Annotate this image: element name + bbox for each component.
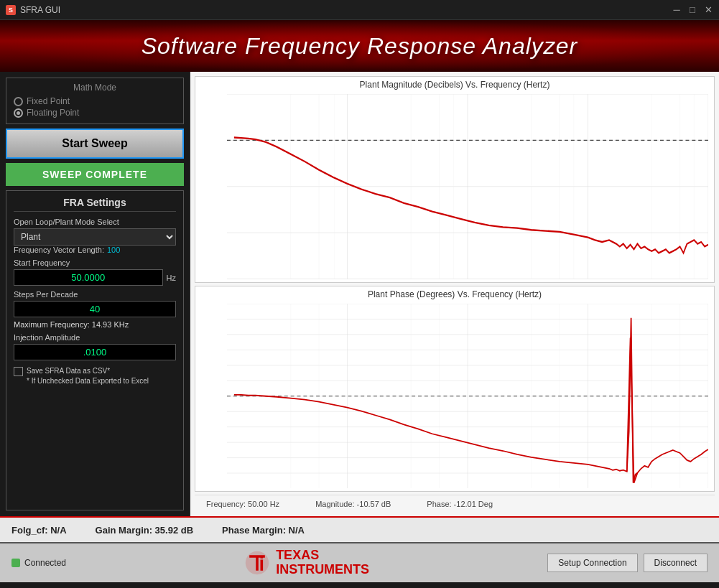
magnitude-chart-inner: 0 -10 -20 -30 -40 100 1,000 10,000 (195, 91, 714, 282)
fixed-point-radio[interactable] (14, 97, 23, 106)
inj-amp-input[interactable] (14, 344, 176, 360)
ti-logo: Texas Instruments (244, 549, 369, 577)
max-freq-label: Maximum Frequency: (14, 320, 90, 329)
csv-row: Save SFRA Data as CSV* * If Unchecked Da… (14, 366, 176, 386)
connected-dot (11, 559, 20, 567)
footer-buttons: Setup Connection Disconnect (547, 554, 708, 572)
floating-point-label: Floating Point (27, 108, 79, 118)
freq-vector-value: 100 (107, 246, 120, 254)
max-freq-line: Maximum Frequency: 14.93 KHz (14, 320, 176, 329)
connected-label: Connected (24, 558, 66, 568)
status-phase-margin: Phase Margin: N/A (222, 525, 305, 536)
connection-status: Connected (11, 558, 66, 568)
mode-select-label: Open Loop/Plant Mode Select (14, 218, 176, 226)
freq-vector-label: Frequency Vector Length: (14, 246, 104, 254)
phase-chart-svg: 180 150 120 90 60 30 0 -30 -60 -90 -120 … (227, 304, 708, 489)
csv-checkbox[interactable] (14, 367, 23, 376)
phase-chart: Plant Phase (Degrees) Vs. Frequency (Her… (195, 286, 715, 493)
mode-select[interactable]: Plant (14, 228, 176, 246)
window-controls: ─ □ ✕ (672, 5, 713, 15)
ti-logo-area: Texas Instruments (244, 549, 369, 577)
left-panel: Math Mode Fixed Point Floating Point Sta… (0, 72, 190, 516)
info-phase: Phase: -12.01 Deg (427, 500, 493, 508)
title-bar: S SFRA GUI ─ □ ✕ (0, 0, 719, 20)
phase-chart-title: Plant Phase (Degrees) Vs. Frequency (Her… (195, 286, 714, 301)
fra-settings-box: FRA Settings Open Loop/Plant Mode Select… (6, 190, 184, 510)
status-gain-label: Gain Margin: 35.92 dB (96, 525, 194, 536)
close-button[interactable]: ✕ (703, 5, 713, 15)
math-mode-label: Math Mode (14, 83, 176, 93)
start-freq-row: Hz (14, 269, 176, 286)
header-banner: Software Frequency Response Analyzer (0, 20, 719, 72)
start-freq-label: Start Frequency (14, 258, 176, 267)
freq-vector-row: Frequency Vector Length: 100 (14, 246, 176, 254)
status-phase-label: Phase Margin: N/A (222, 525, 305, 536)
ti-logo-icon (244, 550, 270, 576)
csv-label: Save SFRA Data as CSV* * If Unchecked Da… (27, 366, 149, 386)
disconnect-button[interactable]: Disconnect (644, 554, 708, 572)
chart-area: Plant Magnitude (Decibels) Vs. Frequency… (190, 72, 719, 516)
start-freq-unit: Hz (167, 274, 176, 282)
footer: Connected Texas Instruments Setup Connec… (0, 542, 719, 582)
status-gain-margin: Gain Margin: 35.92 dB (96, 525, 194, 536)
info-frequency: Frequency: 50.00 Hz (206, 500, 279, 508)
header-title: Software Frequency Response Analyzer (142, 33, 578, 60)
magnitude-chart-svg: 0 -10 -20 -30 -40 100 1,000 10,000 (227, 94, 708, 279)
status-folg-label: Folg_cf: N/A (11, 525, 67, 536)
app-title: SFRA GUI (20, 5, 60, 15)
inj-amp-label: Injection Amplitude (14, 333, 176, 342)
maximize-button[interactable]: □ (687, 5, 697, 15)
floating-point-radio[interactable] (14, 108, 23, 118)
phase-chart-inner: 180 150 120 90 60 30 0 -30 -60 -90 -120 … (195, 301, 714, 492)
max-freq-value: 14.93 KHz (92, 320, 129, 329)
steps-input[interactable] (14, 301, 176, 317)
start-freq-input[interactable] (14, 269, 163, 286)
steps-label: Steps Per Decade (14, 290, 176, 299)
ti-text: Texas Instruments (276, 549, 369, 577)
fra-settings-title: FRA Settings (14, 197, 176, 212)
fixed-point-option[interactable]: Fixed Point (14, 96, 176, 106)
main-layout: Math Mode Fixed Point Floating Point Sta… (0, 72, 719, 516)
info-bar: Frequency: 50.00 Hz Magnitude: -10.57 dB… (195, 495, 715, 512)
magnitude-chart: Plant Magnitude (Decibels) Vs. Frequency… (195, 76, 715, 283)
sweep-complete-indicator: SWEEP COMPLETE (6, 163, 184, 186)
fixed-point-label: Fixed Point (27, 96, 70, 106)
magnitude-chart-title: Plant Magnitude (Decibels) Vs. Frequency… (195, 77, 714, 91)
start-sweep-button[interactable]: Start Sweep (6, 129, 184, 159)
info-magnitude: Magnitude: -10.57 dB (315, 500, 391, 508)
math-mode-box: Math Mode Fixed Point Floating Point (6, 78, 184, 124)
minimize-button[interactable]: ─ (672, 5, 682, 15)
status-folg: Folg_cf: N/A (11, 525, 67, 536)
setup-connection-button[interactable]: Setup Connection (547, 554, 637, 572)
status-bar: Folg_cf: N/A Gain Margin: 35.92 dB Phase… (0, 516, 719, 542)
floating-point-option[interactable]: Floating Point (14, 108, 176, 118)
app-icon: S (6, 5, 16, 15)
